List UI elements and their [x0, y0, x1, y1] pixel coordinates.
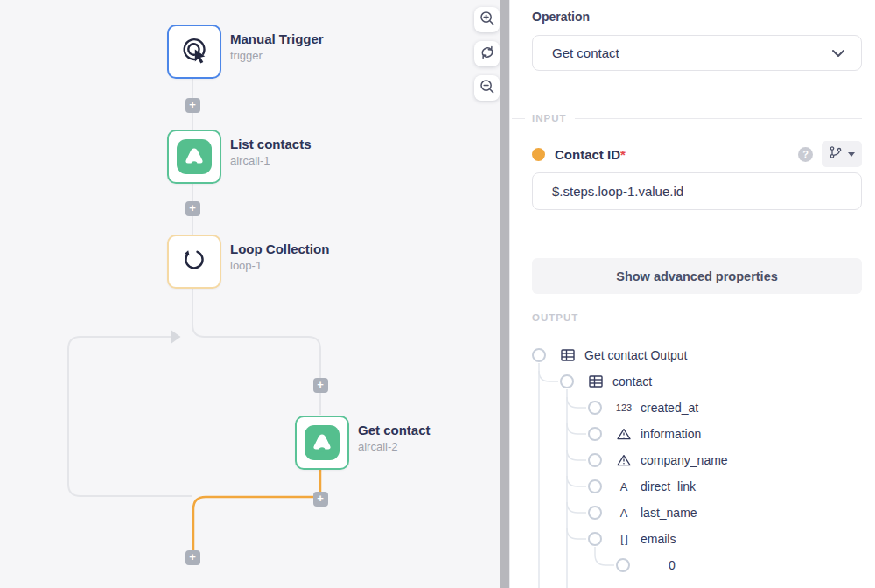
refresh-button[interactable] — [474, 41, 500, 66]
warning-type-icon — [614, 428, 634, 440]
required-asterisk: * — [620, 147, 626, 162]
array-type-icon: [ ] — [614, 533, 634, 545]
tree-node-toggle[interactable] — [588, 506, 602, 520]
tree-node-toggle[interactable] — [588, 401, 602, 415]
loop-arrowhead-icon — [172, 331, 181, 344]
object-type-icon — [586, 375, 606, 388]
add-step-button[interactable]: + — [313, 492, 328, 507]
tree-node-toggle[interactable] — [588, 480, 602, 494]
node-manual-trigger[interactable] — [167, 24, 221, 79]
node-label-manual-trigger: Manual Trigger trigger — [230, 32, 388, 62]
add-step-button[interactable]: + — [186, 550, 200, 565]
aircall-icon — [304, 425, 340, 460]
tree-node-toggle[interactable] — [616, 558, 630, 572]
output-section-header: OUTPUT — [512, 311, 862, 325]
manual-trigger-icon — [177, 32, 212, 71]
tree-row-label[interactable]: 0 — [668, 558, 676, 572]
field-label: Contact ID — [555, 147, 620, 162]
input-section-title: INPUT — [532, 113, 567, 123]
tree-node-toggle[interactable] — [588, 532, 602, 546]
tree-row-label[interactable]: contact — [612, 374, 652, 388]
tree-row-label[interactable]: last_name — [640, 506, 697, 520]
jsonpath-branch-icon — [829, 145, 843, 163]
tree-row-label[interactable]: company_name — [640, 453, 728, 467]
tree-node-toggle[interactable] — [560, 374, 574, 388]
tree-row-label[interactable]: direct_link — [640, 480, 696, 494]
node-title: Loop Collection — [230, 242, 388, 256]
zoom-out-icon — [479, 78, 496, 99]
node-title: Manual Trigger — [230, 32, 388, 46]
output-section-title: OUTPUT — [532, 312, 578, 323]
help-icon[interactable]: ? — [798, 147, 813, 162]
warning-type-icon — [614, 454, 634, 466]
tree-row: 123 created_at — [532, 395, 866, 421]
divider-line — [586, 318, 862, 318]
string-type-icon: A — [614, 507, 634, 520]
string-type-icon: A — [614, 480, 634, 494]
caret-down-icon — [848, 152, 855, 157]
node-title: Get contact — [358, 423, 515, 438]
operation-value: Get contact — [552, 46, 831, 60]
zoom-in-icon — [479, 10, 496, 31]
show-advanced-properties-button[interactable]: Show advanced properties — [532, 258, 862, 294]
node-subtitle: trigger — [230, 49, 388, 62]
field-mode-dropdown[interactable] — [822, 141, 862, 167]
node-subtitle: loop-1 — [230, 259, 388, 272]
divider-line — [512, 318, 525, 318]
zoom-out-button[interactable] — [474, 75, 500, 101]
tree-row-label[interactable]: emails — [640, 532, 676, 546]
input-section-header: INPUT — [512, 111, 862, 125]
node-subtitle: aircall-2 — [358, 440, 515, 453]
tree-row: Get contact Output — [532, 342, 866, 368]
object-type-icon — [558, 349, 578, 361]
refresh-icon — [479, 44, 496, 65]
operation-label: Operation — [532, 10, 590, 24]
node-label-loop-collection: Loop Collection loop-1 — [230, 242, 388, 272]
tree-row: information — [532, 421, 866, 447]
node-label-list-contacts: List contacts aircall-1 — [230, 136, 388, 167]
contact-id-row: Contact ID * ? — [532, 140, 862, 168]
tree-row: A last_name — [532, 500, 866, 526]
add-step-button[interactable]: + — [186, 201, 200, 216]
contact-id-value: $.steps.loop-1.value.id — [552, 184, 683, 199]
tree-row: contact — [532, 368, 866, 395]
divider-line — [512, 118, 525, 119]
node-list-contacts[interactable] — [167, 130, 221, 184]
tree-row: company_name — [532, 447, 866, 473]
node-title: List contacts — [230, 136, 388, 151]
contact-id-input[interactable]: $.steps.loop-1.value.id — [532, 172, 862, 210]
tree-row-label[interactable]: information — [640, 427, 701, 441]
required-status-dot — [532, 148, 545, 161]
operation-select[interactable]: Get contact — [532, 35, 862, 71]
node-label-get-contact: Get contact aircall-2 — [358, 423, 515, 453]
properties-panel: Operation Get contact INPUT Contact ID *… — [510, 0, 875, 588]
workflow-canvas[interactable]: Manual Trigger trigger List contacts air… — [0, 0, 500, 588]
workflow-connectors — [0, 0, 500, 588]
node-loop-collection[interactable] — [167, 234, 221, 289]
chevron-down-icon — [831, 46, 845, 61]
panel-scrollbar[interactable] — [500, 0, 510, 588]
tree-row: 0 — [532, 552, 866, 578]
node-subtitle: aircall-1 — [230, 154, 388, 167]
tree-row: A direct_link — [532, 473, 866, 500]
tree-node-toggle[interactable] — [588, 453, 602, 467]
output-tree: Get contact Output contact 123 created_a… — [510, 342, 875, 588]
tree-row: [ ] emails — [532, 526, 866, 552]
add-step-button[interactable]: + — [313, 378, 328, 393]
aircall-icon — [177, 139, 212, 174]
tree-row-label[interactable]: Get contact Output — [584, 348, 688, 362]
add-step-button[interactable]: + — [186, 98, 200, 113]
tree-node-toggle[interactable] — [588, 427, 602, 441]
tree-node-toggle[interactable] — [532, 348, 546, 362]
number-type-icon: 123 — [614, 402, 634, 413]
divider-line — [575, 118, 863, 119]
zoom-in-button[interactable] — [474, 7, 500, 32]
tree-row-label[interactable]: created_at — [640, 401, 698, 415]
loop-icon — [177, 242, 212, 281]
node-get-contact[interactable] — [295, 416, 349, 470]
